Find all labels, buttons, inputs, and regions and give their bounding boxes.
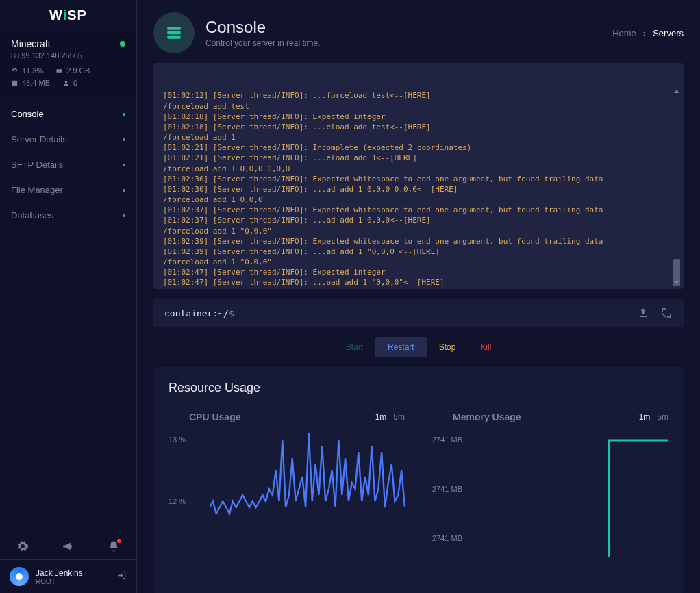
console-panel: [01:02:12] [Server thread/INFO]: ...forc… [153,63,684,289]
cpu-chart: CPU Usage 1m 5m 13 % 12 % [168,412,405,557]
hdd-icon [11,79,18,87]
server-name: Minecraft [11,38,51,49]
nav-item-console[interactable]: Console [0,101,136,127]
nav-bullet-icon [123,113,125,116]
sidebar-nav: Console Server Details SFTP Details File… [0,97,136,533]
header-icon-circle [153,12,195,53]
user-row: Jack Jenkins ROOT [0,559,136,593]
cpu-ytick-1: 12 % [168,497,186,505]
nav-item-file-manager[interactable]: File Manager [0,177,136,203]
cpu-range-tabs: 1m 5m [375,412,405,422]
console-input-row: container:~/$ [153,299,684,327]
notifications-button[interactable] [108,540,120,553]
nav-bullet-icon [123,214,125,217]
nav-bullet-icon [123,189,125,192]
breadcrumb-current: Servers [653,28,684,38]
mem-ytick-0: 2741 MB [432,436,462,444]
svg-rect-4 [167,31,181,34]
fullscreen-icon[interactable] [660,307,673,319]
nav-bullet-icon [123,138,125,141]
megaphone-icon [62,540,74,553]
memory-chart: Memory Usage 1m 5m 2741 MB 2741 MB 2741 … [432,412,668,557]
svg-rect-5 [167,36,181,38]
user-name: Jack Jenkins [36,568,110,578]
chevron-right-icon: › [643,28,646,38]
server-icon [165,24,183,42]
mem-ytick-2: 2741 MB [432,534,462,542]
main-content: Console Control your server in real time… [137,0,700,593]
user-icon [62,79,70,87]
logout-button[interactable] [117,570,127,583]
gauge-icon [11,67,18,75]
stat-cpu: 11.3% [11,66,43,75]
page-subtitle: Control your server in real time. [205,38,320,48]
cpu-chart-title: CPU Usage [189,412,240,422]
stat-players: 0 [62,79,77,87]
brand-logo: WiSP [0,0,136,30]
stop-button[interactable]: Stop [427,337,468,357]
scroll-up-icon[interactable] [673,88,680,94]
start-button[interactable]: Start [334,337,375,357]
stat-disk: 48.4 MB [11,79,50,87]
server-address: 88.99.132.148:25565 [11,51,125,60]
range-5m[interactable]: 5m [657,412,668,422]
range-1m[interactable]: 1m [639,412,651,422]
sidebar: WiSP Minecraft 88.99.132.148:25565 11.3%… [0,0,137,593]
announcements-button[interactable] [62,540,74,553]
nav-item-server-details[interactable]: Server Details [0,127,136,152]
svg-point-2 [65,80,68,83]
breadcrumb-home[interactable]: Home [612,28,636,38]
cpu-ytick-0: 13 % [168,436,186,444]
console-scrollbar[interactable] [673,67,681,285]
svg-rect-3 [167,27,181,29]
mem-ytick-1: 2741 MB [432,485,462,493]
memory-chart-title: Memory Usage [453,412,521,422]
kill-button[interactable]: Kill [468,337,503,357]
nav-item-sftp-details[interactable]: SFTP Details [0,152,136,177]
console-output[interactable]: [01:02:12] [Server thread/INFO]: ...forc… [153,63,684,289]
scroll-down-icon[interactable] [673,278,680,285]
memory-plot [473,433,668,557]
settings-button[interactable] [16,540,29,553]
page-title: Console [205,18,320,37]
range-5m[interactable]: 5m [393,412,405,422]
mem-range-tabs: 1m 5m [639,412,668,422]
range-1m[interactable]: 1m [375,412,387,422]
avatar[interactable] [10,567,29,586]
notification-badge-icon [117,539,121,543]
console-prompt: container:~/$ [164,308,234,318]
svg-point-1 [13,84,14,84]
resource-panel: Resource Usage CPU Usage 1m 5m 13 % 12 % [153,367,684,593]
page-header: Console Control your server in real time… [153,12,684,53]
memory-icon [55,67,63,75]
server-action-row: Start Restart Stop Kill [153,337,684,357]
server-info-block: Minecraft 88.99.132.148:25565 11.3% 2.9 … [0,30,136,97]
bottom-icon-bar [0,533,136,559]
console-input[interactable] [241,308,630,318]
gear-icon [16,540,29,553]
breadcrumb: Home › Servers [612,28,684,38]
nav-item-databases[interactable]: Databases [0,203,136,228]
svg-rect-0 [57,69,62,73]
stat-memory: 2.9 GB [55,66,90,75]
upload-icon[interactable] [637,307,649,319]
resource-title: Resource Usage [168,381,668,395]
status-dot-icon [120,41,125,47]
nav-bullet-icon [123,164,125,166]
restart-button[interactable]: Restart [375,337,427,357]
user-role: ROOT [36,578,110,585]
cpu-plot [210,433,405,557]
logout-icon [117,570,127,580]
